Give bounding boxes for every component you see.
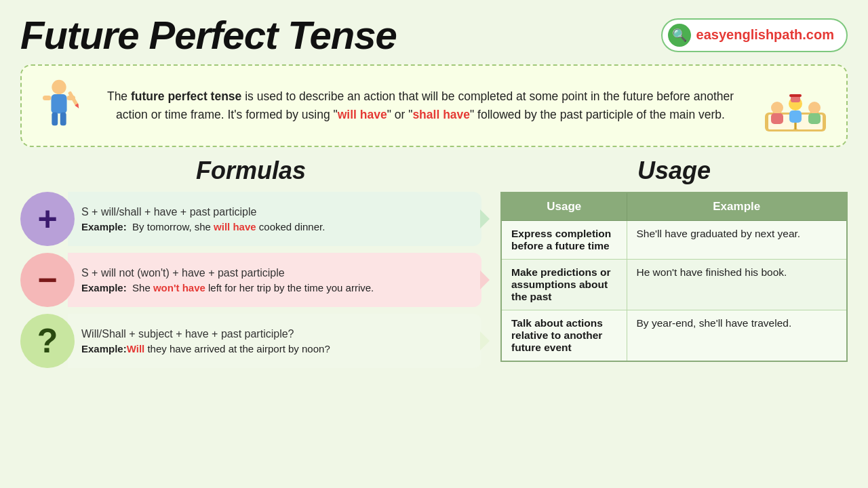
intro-section: The future perfect tense is used to desc… bbox=[20, 64, 848, 147]
table-row: Make predictions or assumptions about th… bbox=[501, 260, 847, 310]
formula-text-question: Will/Shall + subject + have + past parti… bbox=[81, 328, 472, 340]
formulas-title: Formulas bbox=[20, 157, 481, 185]
formula-row-positive: + S + will/shall + have + past participl… bbox=[20, 192, 481, 246]
positive-highlight: will have bbox=[214, 221, 256, 232]
formula-example-negative: Example: She won't have left for her tri… bbox=[81, 282, 472, 293]
svg-rect-15 bbox=[789, 110, 802, 123]
usage-label-2: Talk about actions relative to another f… bbox=[501, 310, 627, 362]
formula-text-positive: S + will/shall + have + past participle bbox=[81, 206, 472, 218]
table-row: Express completion before a future timeS… bbox=[501, 221, 847, 260]
formula-row-negative: − S + will not (won't) + have + past par… bbox=[20, 253, 481, 307]
formula-box-question: Will/Shall + subject + have + past parti… bbox=[68, 314, 481, 368]
arrow-negative bbox=[480, 270, 490, 289]
page: Future Perfect Tense 🔍 easyenglishpath.c… bbox=[0, 0, 868, 488]
usage-column: Usage Usage Example Express completion b… bbox=[500, 157, 848, 375]
example-label-negative: Example: bbox=[81, 282, 127, 293]
reading-illustration bbox=[758, 75, 833, 136]
brand-box: 🔍 easyenglishpath.com bbox=[661, 18, 848, 52]
usage-example-0: She'll have graduated by next year. bbox=[627, 221, 847, 260]
question-highlight: Will bbox=[127, 343, 145, 354]
col-header-example: Example bbox=[627, 192, 847, 221]
svg-rect-4 bbox=[52, 113, 58, 126]
search-icon: 🔍 bbox=[668, 24, 691, 47]
formula-box-negative: S + will not (won't) + have + past parti… bbox=[68, 253, 481, 307]
arrow-question bbox=[480, 331, 490, 350]
usage-label-1: Make predictions or assumptions about th… bbox=[501, 260, 627, 310]
intro-text: The future perfect tense is used to desc… bbox=[95, 87, 746, 124]
table-header-row: Usage Example bbox=[501, 192, 847, 221]
brand-text: easyenglishpath.com bbox=[696, 27, 834, 43]
negative-icon: − bbox=[20, 253, 75, 307]
kid-illustration bbox=[35, 79, 83, 133]
example-label-positive: Example: bbox=[81, 221, 127, 232]
formula-row-question: ? Will/Shall + subject + have + past par… bbox=[20, 314, 481, 368]
positive-icon: + bbox=[20, 192, 75, 246]
svg-rect-17 bbox=[808, 113, 821, 124]
intro-bold-term: future perfect tense bbox=[131, 89, 241, 103]
negative-highlight: won't have bbox=[153, 282, 205, 293]
svg-rect-13 bbox=[771, 113, 783, 124]
svg-rect-1 bbox=[51, 94, 66, 113]
svg-rect-19 bbox=[789, 94, 802, 97]
usage-example-1: He won't have finished his book. bbox=[627, 260, 847, 310]
col-header-usage: Usage bbox=[501, 192, 627, 221]
formula-box-positive: S + will/shall + have + past participle … bbox=[68, 192, 481, 246]
example-label-question: Example: bbox=[81, 343, 127, 354]
svg-rect-2 bbox=[43, 96, 51, 100]
usage-table: Usage Example Express completion before … bbox=[500, 192, 848, 362]
svg-point-0 bbox=[52, 80, 66, 94]
question-icon: ? bbox=[20, 314, 75, 368]
formula-text-negative: S + will not (won't) + have + past parti… bbox=[81, 267, 472, 279]
usage-title: Usage bbox=[500, 157, 848, 185]
two-column-layout: Formulas + S + will/shall + have + past … bbox=[20, 157, 848, 375]
svg-rect-5 bbox=[60, 113, 66, 126]
usage-label-0: Express completion before a future time bbox=[501, 221, 627, 260]
svg-point-12 bbox=[771, 102, 783, 114]
page-title: Future Perfect Tense bbox=[20, 12, 397, 58]
table-row: Talk about actions relative to another f… bbox=[501, 310, 847, 362]
header: Future Perfect Tense 🔍 easyenglishpath.c… bbox=[20, 12, 848, 58]
arrow-positive bbox=[480, 209, 490, 228]
formulas-column: Formulas + S + will/shall + have + past … bbox=[20, 157, 481, 375]
intro-highlight-will-have: will have bbox=[338, 108, 387, 121]
usage-example-2: By year-end, she'll have traveled. bbox=[627, 310, 847, 362]
svg-point-16 bbox=[808, 102, 821, 114]
formula-example-question: Example:Will they have arrived at the ai… bbox=[81, 343, 472, 354]
formula-example-positive: Example: By tomorrow, she will have cook… bbox=[81, 221, 472, 232]
intro-highlight-shall-have: shall have bbox=[412, 108, 470, 121]
